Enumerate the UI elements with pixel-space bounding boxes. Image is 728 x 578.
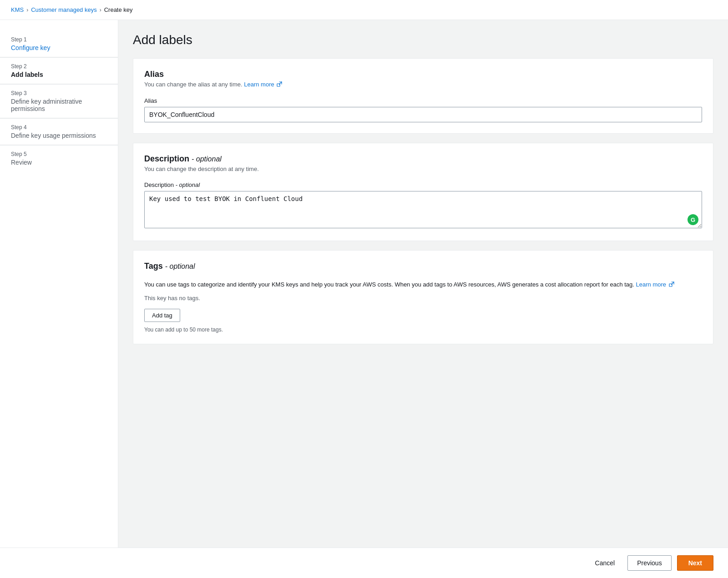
description-optional-label: - optional (192, 155, 222, 163)
alias-subtitle-text: You can change the alias at any time. (144, 81, 243, 88)
tags-title-text: Tags (144, 261, 163, 271)
description-textarea[interactable]: Key used to test BYOK in Confluent Cloud (144, 191, 702, 228)
step2-number: Step 2 (11, 63, 107, 70)
previous-button[interactable]: Previous (627, 555, 671, 571)
breadcrumb-sep-1: › (26, 7, 28, 13)
alias-card: Alias You can change the alias at any ti… (133, 58, 713, 134)
tags-card: Tags - optional You can use tags to cate… (133, 250, 713, 344)
tags-card-title: Tags - optional (144, 261, 702, 271)
description-field-label: Description - optional (144, 181, 702, 188)
tags-learn-more-link[interactable]: Learn more (636, 281, 666, 288)
step1-number: Step 1 (11, 36, 107, 43)
tags-description: You can use tags to categorize and ident… (144, 280, 702, 289)
page-title: Add labels (133, 33, 713, 47)
sidebar-item-review[interactable]: Step 5 Review (0, 146, 118, 171)
description-card-title: Description - optional (144, 154, 702, 164)
step5-number: Step 5 (11, 151, 107, 157)
tags-optional-label: - optional (165, 262, 195, 270)
alias-card-title: Alias (144, 70, 702, 79)
svg-line-3 (671, 282, 674, 285)
tags-external-icon (669, 281, 674, 290)
page-layout: Step 1 Configure key Step 2 Add labels S… (0, 20, 728, 576)
step3-number: Step 3 (11, 90, 107, 96)
add-tag-button[interactable]: Add tag (144, 309, 180, 322)
alias-input[interactable] (144, 107, 702, 122)
grammarly-icon: G (688, 214, 698, 225)
alias-card-subtitle: You can change the alias at any time. Le… (144, 81, 702, 88)
external-link-icon (277, 81, 282, 88)
description-subtitle-text: You can change the description at any ti… (144, 166, 259, 172)
breadcrumb-sep-2: › (100, 7, 101, 13)
tags-limit-label: You can add up to 50 more tags. (144, 327, 702, 333)
description-title-text: Description (144, 154, 189, 163)
sidebar: Step 1 Configure key Step 2 Add labels S… (0, 20, 118, 576)
alias-learn-more-link[interactable]: Learn more (244, 81, 274, 88)
step4-title: Define key usage permissions (11, 132, 107, 139)
sidebar-item-usage-permissions[interactable]: Step 4 Define key usage permissions (0, 119, 118, 145)
no-tags-label: This key has no tags. (144, 295, 702, 302)
description-card-subtitle: You can change the description at any ti… (144, 166, 702, 172)
breadcrumb-kms-link[interactable]: KMS (11, 6, 24, 13)
breadcrumb-customer-keys-link[interactable]: Customer managed keys (31, 6, 97, 13)
tags-description-text: You can use tags to categorize and ident… (144, 281, 634, 288)
svg-line-1 (279, 82, 282, 85)
sidebar-item-configure-key[interactable]: Step 1 Configure key (0, 31, 118, 57)
sidebar-item-add-labels[interactable]: Step 2 Add labels (0, 58, 118, 84)
step1-title: Configure key (11, 44, 107, 51)
alias-field-label: Alias (144, 97, 702, 104)
breadcrumb-current: Create key (104, 6, 133, 13)
cancel-button[interactable]: Cancel (588, 556, 622, 570)
footer: Cancel Previous Next (0, 548, 728, 578)
sidebar-item-admin-permissions[interactable]: Step 3 Define key administrative permiss… (0, 85, 118, 118)
description-textarea-wrapper: Key used to test BYOK in Confluent Cloud… (144, 191, 702, 230)
main-content: Add labels Alias You can change the alia… (118, 20, 728, 576)
description-card: Description - optional You can change th… (133, 143, 713, 241)
step5-title: Review (11, 159, 107, 166)
step2-title: Add labels (11, 71, 107, 78)
next-button[interactable]: Next (677, 555, 713, 571)
breadcrumb: KMS › Customer managed keys › Create key (0, 0, 728, 20)
step4-number: Step 4 (11, 124, 107, 131)
step3-title: Define key administrative permissions (11, 98, 107, 112)
